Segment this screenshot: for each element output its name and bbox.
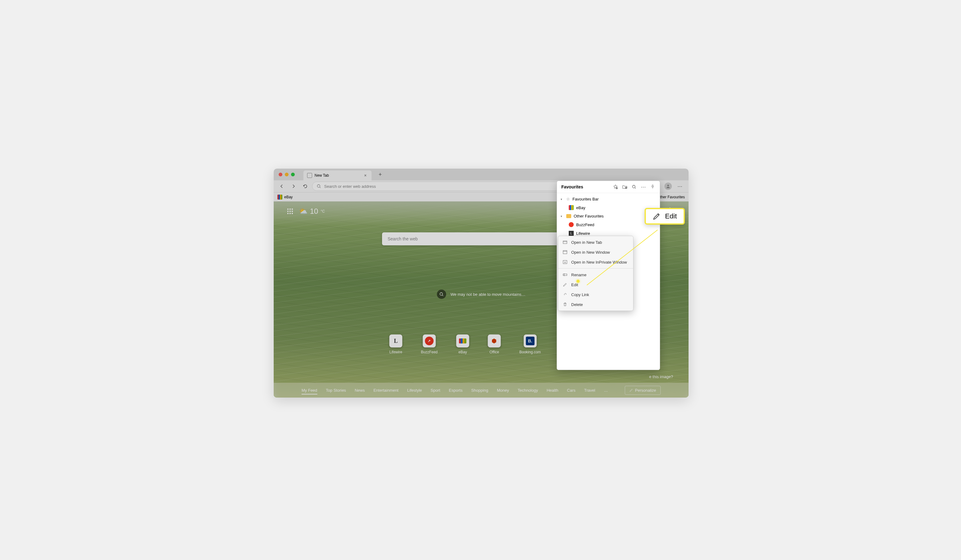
feed-tab-technology[interactable]: Technology bbox=[517, 388, 538, 393]
feed-tab-entertainment[interactable]: Entertainment bbox=[373, 388, 399, 393]
quote-search-icon bbox=[437, 290, 446, 299]
titlebar: New Tab × + bbox=[274, 168, 689, 180]
tab-close-button[interactable]: × bbox=[363, 173, 368, 178]
pencil-icon bbox=[630, 388, 633, 392]
feed-tab-esports[interactable]: Esports bbox=[449, 388, 463, 393]
minimize-window-button[interactable] bbox=[285, 173, 289, 177]
svg-rect-13 bbox=[563, 274, 567, 275]
link-icon bbox=[562, 292, 567, 297]
tab-title: New Tab bbox=[315, 173, 329, 178]
svg-rect-10 bbox=[563, 250, 567, 254]
svg-rect-11 bbox=[563, 260, 567, 264]
callout-label: Edit bbox=[665, 212, 677, 220]
quote-text: We may not be able to move mountains… bbox=[450, 292, 525, 297]
context-menu: Open in New Tab Open in New Window Open … bbox=[558, 236, 633, 311]
ctx-open-inprivate[interactable]: Open in New InPrivate Window bbox=[558, 257, 633, 267]
ctx-copy-link[interactable]: Copy Link bbox=[558, 290, 633, 300]
feed-tab-money[interactable]: Money bbox=[497, 388, 509, 393]
browser-tab[interactable]: New Tab × bbox=[304, 170, 371, 180]
feed-tab-topstories[interactable]: Top Stories bbox=[326, 388, 346, 393]
tile-lifewire[interactable]: L Lifewire bbox=[389, 334, 402, 354]
star-icon: ☆ bbox=[566, 197, 570, 201]
feed-tab-news[interactable]: News bbox=[355, 388, 365, 393]
profile-button[interactable] bbox=[662, 181, 674, 191]
callout: Edit bbox=[644, 208, 685, 225]
feed-tab-health[interactable]: Health bbox=[547, 388, 559, 393]
search-icon bbox=[317, 184, 321, 188]
bookmark-ebay[interactable]: eBay bbox=[277, 194, 292, 199]
feed-tab-sport[interactable]: Sport bbox=[431, 388, 440, 393]
quick-links: L Lifewire ↗ BuzzFeed eBay ⬢ Office B. B… bbox=[389, 334, 573, 354]
lifewire-icon: L bbox=[569, 231, 574, 236]
ebay-icon bbox=[277, 194, 282, 199]
new-tab-button[interactable]: + bbox=[376, 170, 384, 179]
pencil-icon bbox=[652, 212, 660, 220]
bookmark-label: Other Favourites bbox=[657, 195, 685, 199]
svg-point-8 bbox=[633, 185, 635, 188]
feed-bar: My Feed Top Stories News Entertainment L… bbox=[274, 383, 689, 398]
tile-buzzfeed[interactable]: ↗ BuzzFeed bbox=[421, 334, 437, 354]
feed-more-button[interactable]: … bbox=[604, 388, 608, 393]
tree-label: eBay bbox=[576, 205, 585, 210]
search-placeholder: Search the web bbox=[387, 236, 418, 241]
pin-panel-button[interactable] bbox=[650, 184, 656, 190]
weather-widget[interactable]: ⛅ 10°C bbox=[299, 207, 325, 216]
callout-dot bbox=[577, 280, 580, 283]
quote-widget[interactable]: We may not be able to move mountains… bbox=[437, 290, 525, 299]
inprivate-icon bbox=[562, 260, 567, 265]
feed-tab-lifestyle[interactable]: Lifestyle bbox=[407, 388, 422, 393]
maximize-window-button[interactable] bbox=[291, 173, 295, 177]
folder-icon bbox=[566, 214, 571, 218]
tab-icon bbox=[562, 240, 567, 245]
search-favourites-button[interactable] bbox=[631, 184, 637, 190]
web-search-box[interactable]: Search the web bbox=[382, 233, 580, 246]
weather-unit: °C bbox=[321, 209, 325, 213]
add-favourite-button[interactable] bbox=[613, 184, 618, 190]
tree-label: Lifewire bbox=[576, 231, 590, 236]
window-icon bbox=[562, 250, 567, 255]
buzzfeed-icon bbox=[569, 222, 574, 227]
ebay-icon bbox=[569, 205, 574, 210]
tree-favourites-bar[interactable]: ▾ ☆ Favourites Bar bbox=[557, 195, 660, 203]
apps-grid-button[interactable] bbox=[287, 209, 293, 214]
image-like-hint[interactable]: e this image? bbox=[649, 374, 673, 379]
svg-point-5 bbox=[440, 293, 443, 295]
settings-menu-button[interactable]: ⋯ bbox=[674, 181, 685, 191]
personalize-button[interactable]: Personalize bbox=[625, 386, 660, 395]
ctx-open-new-tab[interactable]: Open in New Tab bbox=[558, 237, 633, 247]
tile-ebay[interactable]: eBay bbox=[456, 334, 469, 354]
tile-label: Office bbox=[490, 350, 499, 354]
ctx-edit[interactable]: Edit bbox=[558, 280, 633, 290]
favourites-title: Favourites bbox=[561, 185, 613, 189]
feed-tab-travel[interactable]: Travel bbox=[584, 388, 595, 393]
svg-rect-9 bbox=[563, 241, 567, 244]
tile-label: eBay bbox=[458, 350, 467, 354]
weather-icon: ⛅ bbox=[299, 207, 307, 215]
add-folder-button[interactable] bbox=[622, 184, 628, 190]
tab-favicon bbox=[307, 173, 312, 178]
tile-label: BuzzFeed bbox=[421, 350, 437, 354]
forward-button[interactable] bbox=[289, 181, 299, 191]
avatar-icon bbox=[664, 183, 672, 190]
favourites-header: Favourites ⋯ bbox=[557, 181, 660, 193]
refresh-button[interactable] bbox=[301, 181, 310, 191]
ctx-delete[interactable]: Delete bbox=[558, 300, 633, 310]
feed-tab-myfeed[interactable]: My Feed bbox=[302, 388, 317, 395]
tree-label: BuzzFeed bbox=[576, 223, 595, 227]
svg-point-0 bbox=[317, 185, 320, 188]
tile-office[interactable]: ⬢ Office bbox=[488, 334, 501, 354]
feed-tab-shopping[interactable]: Shopping bbox=[471, 388, 488, 393]
expand-arrow-icon: ▾ bbox=[561, 215, 564, 218]
weather-temp: 10 bbox=[310, 207, 318, 216]
more-options-button[interactable]: ⋯ bbox=[641, 184, 646, 190]
svg-point-12 bbox=[564, 262, 566, 263]
tree-label: Favourites Bar bbox=[572, 197, 599, 201]
tile-booking[interactable]: B. Booking.com bbox=[519, 334, 541, 354]
feed-tab-cars[interactable]: Cars bbox=[567, 388, 575, 393]
tile-label: Lifewire bbox=[389, 350, 402, 354]
close-window-button[interactable] bbox=[279, 173, 282, 177]
back-button[interactable] bbox=[277, 181, 287, 191]
rename-icon bbox=[562, 272, 567, 277]
trash-icon bbox=[562, 302, 567, 307]
ctx-open-new-window[interactable]: Open in New Window bbox=[558, 247, 633, 257]
